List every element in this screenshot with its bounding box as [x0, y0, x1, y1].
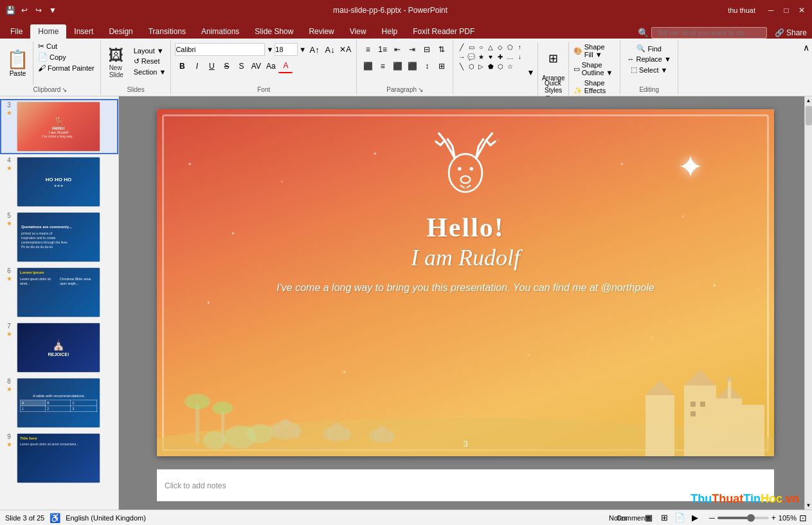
- slide-item-3[interactable]: 3 ★ 🦌 Hello! I am Rudolf I've come a lon…: [0, 99, 118, 154]
- align-center-button[interactable]: ≡: [375, 59, 390, 73]
- shadow-button[interactable]: S: [234, 59, 248, 73]
- tab-transitions[interactable]: Transitions: [141, 24, 194, 39]
- font-name-dropdown[interactable]: ▼: [266, 46, 273, 53]
- slide-sorter-button[interactable]: ⊞: [658, 512, 671, 524]
- italic-button[interactable]: I: [190, 59, 204, 73]
- justify-button[interactable]: ⬛: [405, 59, 419, 73]
- slide-item-4[interactable]: 4 ★ HO HO HO ❄ ❄ ❄: [0, 154, 118, 209]
- tab-help[interactable]: Help: [374, 24, 406, 39]
- tab-insert[interactable]: Insert: [66, 24, 101, 39]
- clear-format-button[interactable]: ✕A: [338, 42, 352, 57]
- notes-placeholder[interactable]: Click to add notes: [165, 481, 226, 490]
- shape-pentagon[interactable]: ⬠: [505, 42, 514, 51]
- comments-button[interactable]: Comments: [627, 512, 640, 524]
- shape-fill-button[interactable]: 🎨Shape Fill ▼: [572, 42, 616, 59]
- strikethrough-button[interactable]: S: [219, 59, 233, 73]
- slideshow-button[interactable]: ▶: [689, 512, 701, 524]
- line-spacing-button[interactable]: ↕: [420, 59, 434, 73]
- format-painter-button[interactable]: 🖌Format Painter: [36, 63, 96, 73]
- shape-diamond[interactable]: ◇: [496, 42, 505, 51]
- shape-t2[interactable]: ▷: [476, 62, 485, 71]
- increase-font-button[interactable]: A↑: [307, 42, 321, 57]
- vertical-scrollbar[interactable]: ▲ ▼: [804, 96, 812, 510]
- tab-review[interactable]: Review: [301, 24, 341, 39]
- shape-r2[interactable]: ╲: [457, 62, 466, 71]
- shape-line[interactable]: ╱: [457, 42, 466, 51]
- zoom-slider[interactable]: [717, 517, 769, 519]
- paragraph-expand[interactable]: ↘: [418, 86, 423, 93]
- underline-button[interactable]: U: [204, 59, 219, 73]
- shape-callout[interactable]: 💬: [467, 52, 476, 61]
- tab-slideshow[interactable]: Slide Show: [247, 24, 301, 39]
- shape-heart[interactable]: ♥: [486, 52, 495, 61]
- find-button[interactable]: 🔍Find: [635, 44, 663, 53]
- shape-arrow[interactable]: →: [457, 52, 466, 61]
- ribbon-collapse-button[interactable]: ∧: [803, 42, 809, 53]
- decrease-font-button[interactable]: A↓: [323, 42, 337, 57]
- quick-styles-button[interactable]: QuickStyles ▼: [546, 83, 561, 97]
- shape-c2[interactable]: ⬡: [467, 62, 476, 71]
- numbering-button[interactable]: 1≡: [375, 42, 390, 57]
- change-case-button[interactable]: Aa: [264, 59, 278, 73]
- increase-indent-button[interactable]: ⇥: [405, 42, 419, 57]
- replace-button[interactable]: ↔Replace ▼: [626, 55, 673, 64]
- redo-icon[interactable]: ↪: [33, 5, 44, 15]
- shape-star[interactable]: ★: [476, 52, 485, 61]
- font-name-input[interactable]: [175, 43, 265, 56]
- select-button[interactable]: ⬚Select ▼: [629, 65, 670, 75]
- slide-item-7[interactable]: 7 ★ ⛪ REJOICE!: [0, 320, 118, 375]
- clipboard-expand[interactable]: ↘: [62, 86, 67, 93]
- reading-view-button[interactable]: 📄: [673, 512, 686, 524]
- tab-animations[interactable]: Animations: [194, 24, 247, 39]
- bullets-button[interactable]: ≡: [361, 42, 375, 57]
- undo-icon[interactable]: ↩: [19, 5, 30, 15]
- align-right-button[interactable]: ⬛: [390, 59, 404, 73]
- shape-cross[interactable]: ✚: [496, 52, 505, 61]
- scroll-up-button[interactable]: ▲: [806, 98, 811, 103]
- scroll-down-button[interactable]: ▼: [806, 503, 811, 508]
- scroll-thumb[interactable]: [806, 106, 812, 125]
- font-size-input[interactable]: [275, 43, 298, 56]
- bold-button[interactable]: B: [175, 59, 189, 73]
- copy-button[interactable]: 📄Copy: [36, 52, 96, 62]
- align-left-button[interactable]: ⬛: [361, 59, 375, 73]
- arrange-button[interactable]: ⊞: [541, 42, 566, 75]
- normal-view-button[interactable]: ▦: [642, 512, 655, 524]
- section-button[interactable]: Section ▼: [132, 67, 168, 76]
- customize-icon[interactable]: ▼: [48, 5, 58, 15]
- tab-design[interactable]: Design: [101, 24, 140, 39]
- zoom-level[interactable]: 105%: [779, 514, 797, 522]
- shape-d2[interactable]: ⬟: [486, 62, 495, 71]
- shape-v2[interactable]: ☆: [505, 62, 514, 71]
- smart-art-button[interactable]: ⊞: [435, 59, 449, 73]
- search-input[interactable]: [651, 27, 767, 39]
- tab-home[interactable]: Home: [30, 24, 66, 39]
- layout-button[interactable]: Layout ▼: [132, 46, 168, 55]
- char-spacing-button[interactable]: AV: [249, 59, 263, 73]
- tab-file[interactable]: File: [3, 24, 30, 39]
- shape-circle[interactable]: ○: [476, 42, 485, 51]
- slide-item-8[interactable]: 8 ★ A table with recommendations ABC 123: [0, 375, 118, 431]
- shape-x2[interactable]: ⬡: [496, 62, 505, 71]
- notes-area[interactable]: Click to add notes: [157, 469, 774, 501]
- shape-triangle[interactable]: △: [486, 42, 495, 51]
- slide-item-9[interactable]: 9 ★ Title here Lorem ipsum dolor sit ame…: [0, 431, 118, 486]
- shape-scroll-down[interactable]: ↓: [515, 52, 524, 61]
- new-slide-button[interactable]: 🖼 NewSlide: [104, 44, 129, 81]
- shapes-dropdown[interactable]: ▼: [526, 66, 536, 80]
- restore-button[interactable]: □: [781, 5, 791, 15]
- zoom-out-button[interactable]: ─: [709, 513, 715, 522]
- slide-item-5[interactable]: 5 ★ Quotations are commonly... printed a…: [0, 209, 118, 265]
- zoom-in-button[interactable]: +: [771, 513, 776, 522]
- font-color-button[interactable]: A: [278, 59, 293, 73]
- cut-button[interactable]: ✂Cut: [36, 41, 96, 51]
- minimize-button[interactable]: ─: [766, 5, 776, 15]
- share-button[interactable]: 🔗 Share: [775, 28, 807, 37]
- reset-button[interactable]: ↺ Reset: [132, 57, 168, 66]
- font-size-dropdown[interactable]: ▼: [299, 46, 306, 53]
- tab-view[interactable]: View: [342, 24, 374, 39]
- text-direction-button[interactable]: ⇅: [435, 42, 449, 57]
- paste-button[interactable]: 📋 Paste: [3, 41, 33, 85]
- cols-button[interactable]: ⊟: [420, 42, 434, 57]
- shape-more[interactable]: …: [505, 52, 514, 61]
